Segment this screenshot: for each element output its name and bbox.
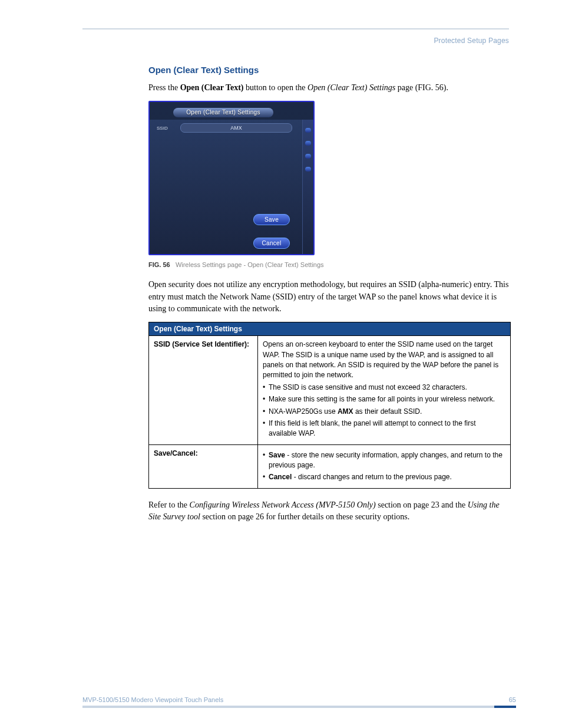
outro-paragraph: Refer to the Configuring Wireless Networ… [148, 499, 509, 523]
bullet-text: Cancel - discard changes and return to t… [269, 472, 505, 482]
intro-paragraph: Press the Open (Clear Text) button to op… [148, 82, 509, 94]
footer-rule [82, 706, 516, 708]
bullet-text: If this field is left blank, the panel w… [269, 419, 505, 439]
bullet-bold: Save [269, 451, 285, 459]
bullet-span: NXA-WAP250Gs use [269, 407, 338, 416]
settings-table: Open (Clear Text) Settings SSID (Service… [148, 322, 511, 489]
bullet-text: NXA-WAP250Gs use AMX as their default SS… [269, 407, 505, 417]
bullet-icon [263, 419, 269, 439]
figure-number: FIG. 56 [148, 261, 170, 268]
save-button[interactable]: Save [253, 214, 290, 225]
ssid-label: SSID [157, 126, 168, 131]
figure-56: Open (Clear Text) Settings SSID AMX Save… [148, 101, 509, 268]
table-header: Open (Clear Text) Settings [149, 322, 511, 336]
intro-post: page (FIG. 56). [395, 83, 448, 92]
row-desc-ssid: Opens an on-screen keyboard to enter the… [258, 336, 511, 445]
device-panel: Open (Clear Text) Settings SSID AMX Save… [148, 101, 315, 255]
ssid-description: Opens an on-screen keyboard to enter the… [263, 340, 505, 381]
bullet-span: as their default SSID. [353, 407, 422, 416]
intro-page-name: Open (Clear Text) Settings [308, 83, 395, 92]
outro-mid1: section on page 23 and the [376, 500, 468, 509]
device-body [150, 120, 313, 254]
intro-mid: button to open the [244, 83, 308, 92]
list-item: NXA-WAP250Gs use AMX as their default SS… [263, 407, 505, 417]
row-label-ssid: SSID (Service Set Identifier): [149, 336, 258, 445]
running-head: Protected Setup Pages [82, 37, 509, 45]
row-desc-save-cancel: Save - store the new security informatio… [258, 444, 511, 488]
strip-indicator-icon [305, 167, 311, 172]
strip-indicator-icon [305, 141, 311, 146]
page-footer: MVP-5100/5150 Modero Viewpoint Touch Pan… [82, 696, 516, 703]
list-item: The SSID is case sensitive and must not … [263, 383, 505, 393]
bullet-bold: Cancel [269, 473, 292, 481]
table-row: SSID (Service Set Identifier): Opens an … [149, 336, 511, 445]
figure-caption: FIG. 56 Wireless Settings page - Open (C… [148, 261, 509, 268]
bullet-icon [263, 450, 269, 471]
top-rule [82, 28, 509, 29]
device-title-tab: Open (Clear Text) Settings [173, 108, 273, 117]
row-label-save-cancel: Save/Cancel: [149, 444, 258, 488]
list-item: Cancel - discard changes and return to t… [263, 472, 505, 482]
list-item: If this field is left blank, the panel w… [263, 419, 505, 439]
bullet-icon [263, 394, 269, 404]
open-security-paragraph: Open security does not utilize any encry… [148, 279, 509, 315]
bullet-icon [263, 472, 269, 482]
bullet-icon [263, 383, 269, 393]
strip-indicator-icon [305, 128, 311, 133]
strip-indicator-icon [305, 154, 311, 159]
bullet-bold: AMX [338, 407, 353, 416]
bullet-text: Save - store the new security informatio… [269, 450, 505, 471]
bullet-text: The SSID is case sensitive and must not … [269, 383, 505, 393]
list-item: Save - store the new security informatio… [263, 450, 505, 471]
outro-link-1: Configuring Wireless Network Access (MVP… [190, 500, 376, 509]
intro-pre: Press the [148, 83, 180, 92]
list-item: Make sure this setting is the same for a… [263, 394, 505, 404]
device-side-strip [302, 120, 313, 254]
intro-button-name: Open (Clear Text) [180, 83, 244, 92]
page-number: 65 [509, 696, 516, 703]
bullet-text: Make sure this setting is the same for a… [269, 394, 505, 404]
footer-product-name: MVP-5100/5150 Modero Viewpoint Touch Pan… [82, 696, 223, 703]
section-heading: Open (Clear Text) Settings [148, 65, 509, 75]
content-column: Open (Clear Text) Settings Press the Ope… [148, 65, 509, 523]
outro-pre: Refer to the [148, 500, 190, 509]
figure-caption-inner: Wireless Settings page - Open (Clear Tex… [176, 261, 324, 268]
figure-caption-text: Wireless Settings page - Open (Clear Tex… [172, 261, 324, 268]
table-row: Save/Cancel: Save - store the new securi… [149, 444, 511, 488]
outro-mid2: section on page 26 for further details o… [200, 512, 409, 521]
bullet-span: - discard changes and return to the prev… [292, 473, 452, 481]
bullet-icon [263, 407, 269, 417]
cancel-button[interactable]: Cancel [253, 238, 290, 249]
page: Protected Setup Pages Open (Clear Text) … [0, 0, 562, 728]
bullet-span: - store the new security information, ap… [269, 451, 503, 469]
ssid-input[interactable]: AMX [180, 123, 292, 133]
